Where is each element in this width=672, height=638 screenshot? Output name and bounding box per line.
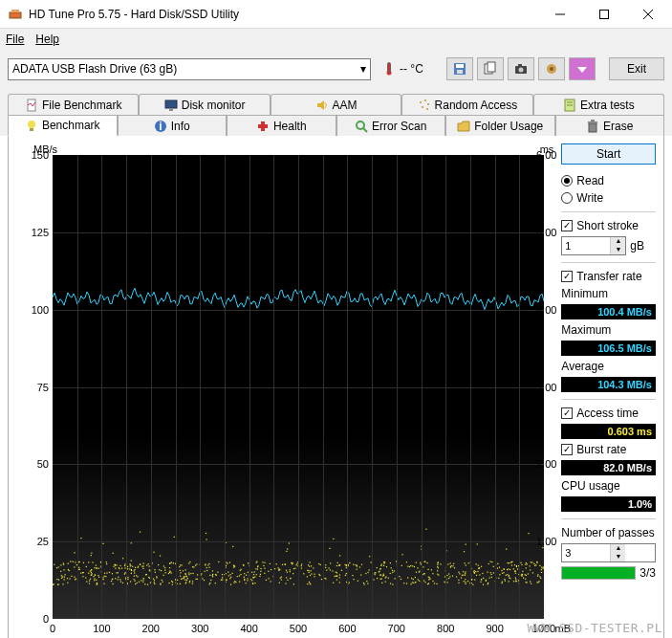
check-access-time[interactable]: Access time: [561, 407, 656, 420]
svg-rect-718: [254, 583, 255, 583]
svg-rect-680: [407, 566, 408, 567]
svg-rect-330: [377, 567, 378, 568]
svg-rect-162: [197, 579, 198, 580]
svg-rect-824: [509, 578, 510, 579]
svg-rect-239: [278, 570, 279, 571]
spinner[interactable]: ▲▼: [610, 544, 625, 561]
svg-rect-211: [195, 565, 196, 566]
svg-rect-232: [256, 574, 257, 575]
svg-rect-660: [341, 570, 342, 571]
start-button[interactable]: Start: [561, 143, 656, 165]
svg-rect-838: [525, 564, 526, 565]
exit-button[interactable]: Exit: [609, 57, 664, 80]
svg-rect-156: [368, 569, 369, 570]
screenshot-button[interactable]: [508, 57, 534, 80]
content-area: MB/s ms 01002003004005006007008009001000…: [8, 136, 664, 638]
tab-health[interactable]: Health: [227, 115, 336, 136]
max-label: Maximum: [561, 323, 656, 337]
tab-extra-tests[interactable]: Extra tests: [533, 94, 664, 115]
titlebar: HD Tune Pro 5.75 - Hard Disk/SSD Utility: [0, 0, 672, 29]
minimize-button[interactable]: [538, 0, 582, 29]
svg-rect-87: [119, 568, 119, 569]
drive-select[interactable]: ADATA USB Flash Drive (63 gB) ▾: [8, 58, 371, 80]
svg-rect-512: [415, 577, 416, 578]
svg-rect-609: [423, 574, 423, 575]
svg-rect-708: [164, 567, 165, 568]
radio-write[interactable]: Write: [561, 191, 656, 205]
svg-rect-85: [85, 578, 86, 579]
svg-rect-510: [363, 583, 364, 583]
svg-rect-44: [319, 575, 320, 576]
svg-rect-511: [270, 563, 271, 564]
svg-rect-356: [78, 567, 79, 568]
tab-aam[interactable]: AAM: [271, 94, 401, 115]
svg-rect-195: [399, 576, 400, 577]
svg-rect-344: [453, 563, 454, 564]
check-short-stroke[interactable]: Short stroke: [561, 219, 656, 232]
svg-rect-346: [131, 542, 132, 543]
short-stroke-input[interactable]: ▲▼: [561, 236, 626, 255]
svg-rect-316: [169, 571, 170, 572]
sheet-icon: [563, 99, 576, 112]
tab-info[interactable]: iInfo: [118, 115, 228, 136]
tab-benchmark[interactable]: Benchmark: [8, 115, 118, 136]
check-transfer-rate[interactable]: Transfer rate: [561, 270, 656, 283]
tab-file-benchmark[interactable]: File Benchmark: [8, 94, 139, 115]
svg-rect-825: [356, 564, 357, 565]
svg-rect-437: [86, 581, 87, 582]
svg-rect-749: [74, 552, 75, 553]
access-value: 0.603 ms: [561, 424, 656, 439]
radio-read[interactable]: Read: [561, 174, 656, 187]
svg-rect-397: [497, 568, 498, 569]
svg-rect-656: [202, 578, 203, 579]
svg-rect-68: [116, 572, 117, 573]
svg-rect-840: [226, 579, 227, 580]
svg-rect-219: [369, 556, 370, 557]
svg-rect-249: [189, 582, 190, 583]
close-button[interactable]: [626, 0, 670, 29]
svg-rect-722: [104, 573, 105, 574]
svg-rect-624: [446, 575, 447, 576]
svg-point-24: [427, 103, 429, 105]
tab-erase[interactable]: Erase: [555, 115, 665, 136]
svg-rect-681: [413, 583, 414, 583]
svg-rect-353: [314, 576, 314, 577]
menu-file[interactable]: File: [6, 33, 24, 46]
copy-button[interactable]: [477, 57, 504, 80]
tab-folder-usage[interactable]: Folder Usage: [445, 115, 555, 136]
svg-rect-380: [247, 580, 248, 581]
tab-error-scan[interactable]: Error Scan: [336, 115, 446, 136]
svg-rect-603: [185, 574, 186, 575]
check-burst-rate[interactable]: Burst rate: [561, 443, 656, 456]
svg-rect-692: [528, 533, 529, 534]
tab-disk-monitor[interactable]: Disk monitor: [139, 94, 270, 115]
svg-rect-378: [381, 583, 382, 583]
down-button[interactable]: [569, 57, 596, 80]
menubar: File Help: [0, 29, 672, 50]
svg-rect-265: [403, 583, 404, 583]
svg-rect-240: [440, 563, 441, 564]
svg-rect-726: [239, 575, 240, 576]
maximize-button[interactable]: [582, 0, 626, 29]
tab-random-access[interactable]: Random Access: [401, 94, 532, 115]
svg-rect-787: [284, 563, 285, 564]
svg-rect-250: [308, 564, 309, 565]
progress-bar: [561, 566, 636, 580]
svg-rect-523: [260, 568, 261, 569]
svg-rect-123: [336, 572, 337, 573]
svg-rect-755: [232, 546, 233, 547]
svg-rect-127: [459, 573, 460, 574]
svg-rect-145: [384, 561, 385, 562]
menu-help[interactable]: Help: [35, 33, 59, 46]
options-button[interactable]: [538, 57, 565, 80]
svg-rect-148: [119, 565, 120, 566]
spinner[interactable]: ▲▼: [610, 237, 625, 254]
svg-rect-257: [452, 565, 453, 566]
save-button[interactable]: [446, 57, 473, 80]
svg-rect-617: [68, 569, 69, 570]
passes-input[interactable]: ▲▼: [561, 543, 656, 562]
svg-rect-343: [181, 579, 182, 580]
svg-rect-370: [228, 571, 228, 572]
svg-rect-279: [390, 583, 391, 583]
toolbar: ADATA USB Flash Drive (63 gB) ▾ -- °C Ex…: [0, 50, 672, 88]
